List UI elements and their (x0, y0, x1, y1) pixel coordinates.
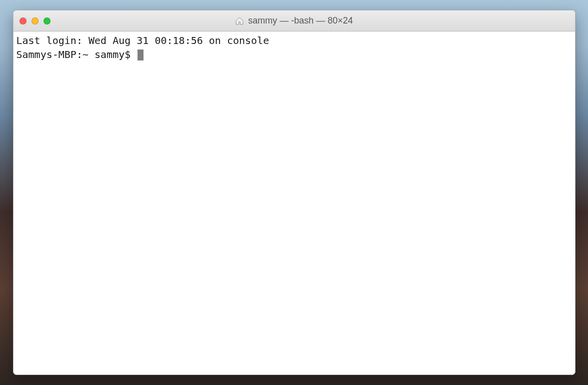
terminal-body[interactable]: Last login: Wed Aug 31 00:18:56 on conso… (14, 32, 575, 374)
login-line: Last login: Wed Aug 31 00:18:56 on conso… (16, 34, 270, 46)
window-titlebar[interactable]: sammy — -bash — 80×24 (14, 10, 575, 32)
window-controls (20, 18, 50, 24)
terminal-text[interactable]: Last login: Wed Aug 31 00:18:56 on conso… (14, 32, 575, 64)
window-title: sammy — -bash — 80×24 (248, 16, 353, 26)
desktop-background: sammy — -bash — 80×24 Last login: Wed Au… (0, 0, 588, 385)
terminal-window: sammy — -bash — 80×24 Last login: Wed Au… (13, 10, 576, 375)
shell-prompt: Sammys-MBP:~ sammy$ (16, 48, 137, 60)
zoom-button[interactable] (44, 18, 50, 24)
minimize-button[interactable] (32, 18, 38, 24)
home-icon (235, 16, 244, 26)
window-title-area: sammy — -bash — 80×24 (14, 16, 575, 26)
close-button[interactable] (20, 18, 26, 24)
cursor-block (138, 50, 144, 60)
